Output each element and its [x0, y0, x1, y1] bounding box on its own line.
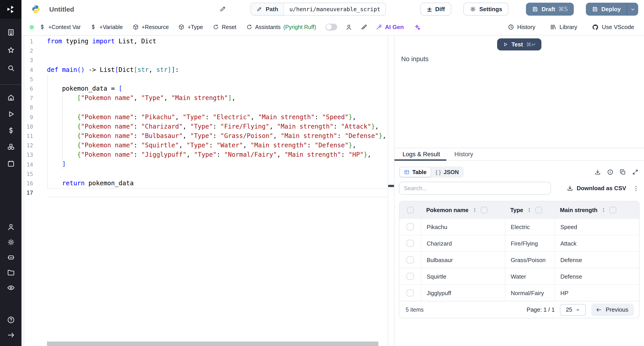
row-checkbox[interactable] — [406, 273, 414, 280]
copy-result-icon[interactable] — [620, 169, 626, 175]
view-table-option[interactable]: Table — [400, 168, 430, 177]
sidebar-gear-icon[interactable] — [6, 237, 15, 246]
view-mode-toggle: Table { } JSON — [399, 167, 464, 178]
table-cell: Defense — [554, 268, 639, 284]
sidebar-group-top — [0, 28, 22, 72]
sort-icon[interactable] — [600, 207, 606, 213]
tab-history[interactable]: History — [446, 148, 480, 160]
table-cell: HP — [554, 285, 639, 301]
row-checkbox[interactable] — [406, 289, 414, 296]
download-csv-button[interactable]: Download as CSV — [567, 185, 626, 191]
no-inputs-text: No inputs — [401, 55, 429, 62]
toolbar-reset-button[interactable]: Reset — [212, 24, 236, 30]
code-line: 8 — [22, 103, 388, 112]
sidebar-search-icon[interactable] — [6, 63, 15, 72]
braces-icon: { } — [435, 170, 441, 175]
previous-page-button[interactable]: Previous — [592, 303, 634, 316]
test-run-button[interactable]: Test ⌘↵ — [497, 38, 541, 50]
panel-resize-divider[interactable] — [388, 36, 394, 346]
column-title[interactable]: Main strength — [560, 206, 598, 213]
ai-gen-button[interactable]: AI Gen — [376, 24, 404, 30]
dollar-icon — [90, 24, 97, 30]
save-draft-button[interactable]: Draft ⌘S — [526, 3, 574, 16]
sort-icon[interactable] — [472, 207, 478, 213]
settings-button[interactable]: Settings — [463, 3, 509, 16]
table-search-row: Download as CSV — [399, 182, 640, 195]
vscode-github-icon — [592, 23, 598, 31]
collaborators-button[interactable] — [345, 23, 352, 31]
sidebar-cubes-icon[interactable] — [6, 142, 15, 151]
code-editor[interactable]: 1from typing import List, Dict234def mai… — [22, 36, 388, 346]
table-row[interactable]: BulbasaurGrass/PoisonDefense — [399, 251, 639, 268]
code-line: 13 {"Pokemon name": "Jigglypuff", "Type"… — [22, 150, 388, 160]
row-checkbox[interactable] — [406, 256, 414, 263]
column-title[interactable]: Pokemon name — [426, 206, 468, 213]
edit-summary-pencil-icon[interactable] — [219, 5, 226, 12]
code-line: 7 ["Pokemon name", "Type", "Main strengt… — [22, 93, 388, 103]
deploy-dropdown-button[interactable] — [626, 3, 638, 16]
windmill-logo[interactable] — [0, 0, 22, 19]
sidebar-home-icon[interactable] — [6, 93, 15, 102]
toolbar-variable-button[interactable]: +Variable — [90, 24, 123, 30]
page-size-select[interactable]: 25 — [560, 304, 586, 315]
view-json-option[interactable]: { } JSON — [431, 168, 463, 177]
diff-mode-toggle[interactable] — [326, 24, 337, 30]
select-all-checkbox[interactable] — [407, 206, 414, 213]
toolbar-type-button[interactable]: +Type — [178, 24, 203, 30]
download-result-icon[interactable] — [594, 169, 601, 175]
deploy-button[interactable]: Deploy — [586, 3, 626, 16]
use-vscode-button[interactable]: Use VScode — [592, 23, 634, 31]
sidebar-play-icon[interactable] — [6, 109, 15, 118]
items-count: 5 items — [406, 307, 424, 313]
main-area: Untitled Path u/henri/maneuverable_scrip… — [22, 0, 644, 346]
sort-icon[interactable] — [526, 207, 532, 213]
sidebar-robot-icon[interactable] — [6, 253, 15, 262]
table-row[interactable]: JigglypuffNormal/FairyHP — [399, 284, 639, 301]
table-row[interactable]: SquirtleWaterDefense — [399, 268, 639, 284]
table-menu-kebab-icon[interactable] — [632, 184, 640, 192]
sidebar-arrow-right-icon[interactable] — [6, 330, 15, 339]
toolbar-resource-button[interactable]: +Resource — [132, 24, 169, 30]
toolbar-context-var-button[interactable]: +Context Var — [39, 24, 81, 30]
expand-result-icon[interactable] — [632, 169, 639, 175]
row-checkbox[interactable] — [406, 240, 414, 247]
table-cell: Grass/Poison — [505, 252, 554, 268]
column-toggle-checkbox[interactable] — [610, 206, 616, 213]
info-icon[interactable] — [607, 169, 614, 175]
column-title[interactable]: Type — [510, 206, 523, 213]
sidebar-calendar-icon[interactable] — [6, 159, 15, 168]
sidebar-help-icon[interactable] — [6, 315, 15, 324]
view-toggle-row: Table { } JSON — [399, 167, 640, 178]
sidebar-building-icon[interactable] — [6, 28, 15, 37]
inputs-section: Test ⌘↵ No inputs — [394, 36, 644, 148]
path-value[interactable]: u/henri/maneuverable_script — [284, 3, 386, 15]
sidebar-star-icon[interactable] — [6, 45, 15, 54]
line-number: 3 — [22, 57, 33, 64]
column-toggle-checkbox[interactable] — [480, 206, 487, 213]
row-checkbox[interactable] — [406, 223, 414, 230]
toolbar-assistants-button[interactable]: Assistants(Pyright Ruff) — [246, 24, 316, 30]
table-cell: Pikachu — [421, 219, 505, 235]
library-button[interactable]: Library — [550, 24, 577, 30]
editor-toolbar: +Context Var+Variable+Resource+TypeReset… — [22, 19, 644, 36]
sidebar-dollar-icon[interactable] — [6, 126, 15, 135]
save-icon — [532, 6, 538, 12]
column-toggle-checkbox[interactable] — [535, 206, 542, 213]
editor-horizontal-scrollbar[interactable] — [47, 342, 378, 346]
sidebar-user-icon[interactable] — [6, 222, 15, 231]
format-brush-button[interactable] — [360, 23, 368, 31]
path-field[interactable]: Path u/henri/maneuverable_script — [250, 3, 386, 16]
table-row[interactable]: PikachuElectricSpeed — [399, 218, 639, 235]
sidebar-folder-icon[interactable] — [6, 268, 15, 277]
diff-button[interactable]: ± Diff — [420, 3, 451, 16]
sidebar-eye-icon[interactable] — [6, 283, 15, 292]
tab-logs-result[interactable]: Logs & Result — [394, 148, 446, 160]
search-input[interactable] — [399, 182, 551, 195]
pagination-controls: Page: 1 / 1 25 Previous — [526, 303, 634, 316]
code-line: 9 {"Pokemon name": "Pikachu", "Type": "E… — [22, 112, 388, 122]
script-title[interactable]: Untitled — [49, 5, 74, 13]
history-button[interactable]: History — [507, 24, 535, 30]
ai-sparkles-button[interactable] — [414, 23, 421, 31]
table-row[interactable]: CharizardFire/FlyingAttack — [399, 235, 639, 251]
refresh-icon — [246, 24, 252, 30]
